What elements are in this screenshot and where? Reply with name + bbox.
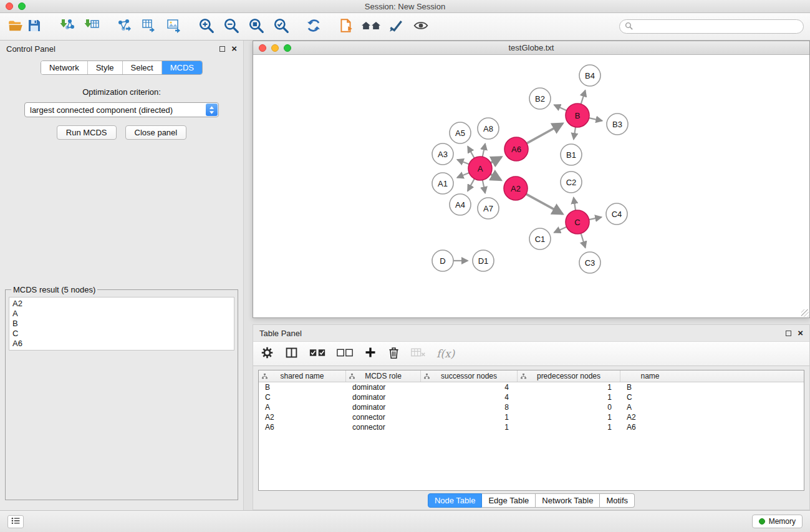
table-row[interactable]: Adominator80A: [259, 402, 804, 412]
zoom-fit-button[interactable]: [247, 17, 266, 36]
graph-edge-C-C4[interactable]: [589, 217, 602, 220]
import-network-button[interactable]: [57, 17, 76, 36]
import-table-icon: [84, 17, 100, 36]
result-item: B: [12, 319, 231, 329]
import-table-button[interactable]: [82, 17, 101, 36]
graph-edge-A6-B[interactable]: [527, 123, 563, 143]
column-header-successor-nodes[interactable]: successor nodes: [421, 370, 518, 382]
close-window-button[interactable]: [6, 2, 13, 10]
tab-mcds[interactable]: MCDS: [162, 61, 202, 74]
dropdown-stepper-icon: [206, 104, 218, 116]
float-panel-icon[interactable]: [219, 46, 225, 52]
zoom-in-icon: [198, 17, 215, 36]
tab-edge-table[interactable]: Edge Table: [482, 493, 536, 508]
deselect-all-button[interactable]: [337, 348, 353, 360]
zoom-selected-icon: [273, 17, 289, 36]
graph-node-label: B4: [585, 71, 595, 80]
column-header-name[interactable]: name: [620, 370, 680, 382]
graph-edge-A-A5[interactable]: [468, 147, 474, 158]
graph-edge-A-A2[interactable]: [491, 174, 501, 180]
table-settings-button[interactable]: [261, 346, 274, 362]
delete-table-button[interactable]: [411, 347, 425, 360]
table-row[interactable]: A6connector11A6: [259, 422, 804, 432]
zoom-in-button[interactable]: [197, 17, 216, 36]
show-details-button[interactable]: [412, 17, 430, 36]
mcds-result-fieldset: MCDS result (5 nodes) A2 A B C A6: [5, 285, 238, 500]
gear-icon: [261, 346, 274, 362]
graph-edge-B-B1[interactable]: [574, 127, 576, 140]
table-float-panel-icon[interactable]: [786, 331, 791, 336]
graph-edge-A-A6[interactable]: [491, 157, 501, 163]
network-window-titlebar[interactable]: testGlobe.txt: [253, 41, 809, 55]
tab-select[interactable]: Select: [123, 61, 162, 74]
style-check-button[interactable]: [387, 17, 405, 36]
graph-node-label: A2: [511, 184, 521, 193]
memory-button[interactable]: Memory: [752, 515, 803, 528]
zoom-window-button[interactable]: [18, 2, 26, 10]
graph-node-label: A4: [455, 200, 465, 210]
tab-network[interactable]: Network: [41, 61, 88, 74]
content-area: Control Panel × Network Style Select MCD…: [0, 41, 810, 510]
close-panel-icon[interactable]: ×: [231, 46, 237, 52]
zoom-out-button[interactable]: [222, 17, 241, 36]
table-row[interactable]: Bdominator41B: [259, 382, 804, 392]
new-table-button[interactable]: [140, 17, 158, 36]
result-item: A6: [12, 339, 231, 349]
criterion-dropdown[interactable]: largest connected component (directed): [24, 102, 219, 117]
network-zoom-button[interactable]: [284, 44, 291, 52]
select-all-button[interactable]: [309, 348, 325, 360]
graph-edge-A-A1[interactable]: [457, 173, 469, 178]
control-panel: Control Panel × Network Style Select MCD…: [0, 41, 244, 510]
run-mcds-button[interactable]: Run MCDS: [57, 125, 117, 140]
zoom-fit-icon: [248, 17, 264, 36]
column-header-predecessor-nodes[interactable]: predecessor nodes: [518, 370, 620, 382]
search-input[interactable]: [633, 22, 798, 31]
tab-motifs[interactable]: Motifs: [600, 493, 635, 508]
graph-edge-C-C3[interactable]: [581, 233, 586, 248]
graph-edge-A-A8[interactable]: [483, 143, 485, 157]
graph-edge-B-B3[interactable]: [589, 118, 602, 121]
zoom-selected-button[interactable]: [272, 17, 291, 36]
tab-network-table[interactable]: Network Table: [536, 493, 600, 508]
graph-node-label: A: [478, 164, 483, 173]
import-network-icon: [59, 17, 75, 36]
graph-edge-A-A3[interactable]: [457, 160, 469, 164]
tab-node-table[interactable]: Node Table: [428, 493, 483, 508]
export-image-button[interactable]: [165, 17, 183, 36]
task-history-button[interactable]: [7, 515, 24, 528]
network-home-button[interactable]: [362, 17, 380, 36]
mcds-result-list[interactable]: A2 A B C A6: [9, 297, 234, 351]
table-header-row: shared name MCDS role successor nodes pr…: [259, 370, 804, 382]
network-canvas[interactable]: B4B2BB3A5A8A6B1A3AC2A1A2A4A7C4CC1C3DD1: [253, 55, 809, 317]
new-network-button[interactable]: [115, 17, 133, 36]
graph-edge-B-B2[interactable]: [554, 105, 567, 110]
graph-edge-A2-C[interactable]: [526, 194, 563, 214]
graph-edge-C-C2[interactable]: [574, 198, 576, 211]
network-minimize-button[interactable]: [271, 44, 279, 52]
graph-edge-A-A7[interactable]: [483, 180, 485, 193]
search-box[interactable]: [619, 19, 804, 34]
graph-node-label: B: [575, 111, 581, 120]
show-columns-button[interactable]: [285, 346, 298, 362]
function-builder-button[interactable]: f(x): [436, 347, 455, 360]
table-row[interactable]: A2connector11A2: [259, 412, 804, 422]
graph-edge-A-A4[interactable]: [468, 179, 475, 191]
delete-column-button[interactable]: [388, 346, 400, 362]
graph-node-label: C: [574, 218, 580, 227]
table-row[interactable]: Cdominator41C: [259, 392, 804, 402]
network-close-button[interactable]: [259, 44, 266, 52]
save-session-button[interactable]: [25, 17, 44, 36]
table-close-panel-icon[interactable]: ×: [798, 330, 803, 336]
close-panel-button[interactable]: Close panel: [125, 125, 187, 140]
add-column-button[interactable]: [364, 346, 377, 361]
apply-layout-button[interactable]: [304, 17, 323, 36]
page-copy-button[interactable]: [337, 17, 355, 36]
attribute-icon: [521, 372, 526, 381]
graph-edge-C-C1[interactable]: [554, 227, 567, 233]
graph-edge-B-B4[interactable]: [581, 90, 586, 104]
open-session-button[interactable]: [6, 17, 25, 36]
column-header-mcds-role[interactable]: MCDS role: [346, 370, 421, 382]
column-header-shared-name[interactable]: shared name: [259, 370, 346, 382]
window-resize-grip[interactable]: [801, 309, 809, 317]
tab-style[interactable]: Style: [88, 61, 123, 74]
